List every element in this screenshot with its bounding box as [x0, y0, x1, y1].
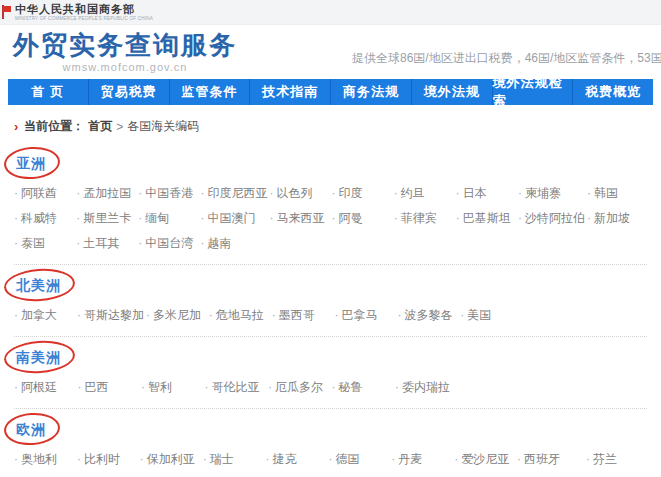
country-link[interactable]: ·科威特 [14, 211, 74, 226]
country-link[interactable]: ·瑞士 [203, 452, 264, 467]
country-link[interactable]: ·巴西 [78, 380, 140, 395]
bullet-icon: · [397, 308, 401, 322]
site-identity: 外贸实务查询服务 wmsw.mofcom.gov.cn [13, 30, 237, 73]
ministry-logo-title: 中华人民共和国商务部 [15, 4, 165, 15]
country-name: 越南 [207, 236, 231, 250]
country-name: 墨西哥 [279, 308, 315, 322]
country-link[interactable]: ·委内瑞拉 [395, 380, 457, 395]
country-grid: ·奥地利·比利时·保加利亚·瑞士·捷克·德国·丹麦·爱沙尼亚·西班牙·芬兰·法国… [14, 452, 647, 477]
country-link[interactable]: ·缅甸 [138, 211, 198, 226]
continent-title: 南美洲 [16, 349, 61, 365]
country-link[interactable]: ·泰国 [14, 236, 74, 251]
country-link[interactable]: ·捷克 [266, 452, 327, 467]
country-link[interactable]: ·斯里兰卡 [76, 211, 136, 226]
nav-item-6[interactable]: 境外法规检索 [492, 79, 573, 105]
country-link[interactable]: ·中国澳门 [200, 211, 267, 226]
bullet-icon: · [395, 380, 399, 394]
country-name: 西班牙 [524, 452, 560, 466]
country-link[interactable]: ·巴基斯坦 [456, 211, 516, 226]
country-link[interactable]: ·厄瓜多尔 [268, 380, 330, 395]
country-name: 比利时 [84, 452, 120, 466]
country-name: 阿根廷 [21, 380, 57, 394]
country-link[interactable]: ·越南 [200, 236, 267, 251]
bullet-icon: · [77, 308, 81, 322]
country-link[interactable]: ·巴拿马 [335, 308, 396, 323]
country-name: 波多黎各 [404, 308, 452, 322]
country-link[interactable]: ·柬埔寨 [518, 186, 585, 201]
country-name: 丹麦 [398, 452, 422, 466]
country-link[interactable]: ·西班牙 [517, 452, 584, 467]
country-name: 柬埔寨 [525, 186, 561, 200]
country-link[interactable]: ·丹麦 [391, 452, 452, 467]
country-link[interactable]: ·秘鲁 [332, 380, 394, 395]
breadcrumb-label: 当前位置： [24, 118, 84, 135]
nav-item-3[interactable]: 技术指南 [249, 79, 330, 105]
country-link[interactable]: ·美国 [460, 308, 521, 323]
country-link[interactable]: ·以色列 [269, 186, 329, 201]
breadcrumb-home-link[interactable]: 首页 [88, 118, 112, 135]
bullet-icon: · [335, 308, 339, 322]
country-name: 捷克 [273, 452, 297, 466]
country-link[interactable]: ·印度尼西亚 [200, 186, 267, 201]
country-link[interactable]: ·危地马拉 [209, 308, 270, 323]
country-link[interactable]: ·新加坡 [587, 211, 647, 226]
country-link[interactable]: ·印度 [332, 186, 392, 201]
country-link[interactable]: ·阿根廷 [14, 380, 76, 395]
country-link[interactable]: ·加拿大 [14, 308, 75, 323]
country-link[interactable]: ·土耳其 [76, 236, 136, 251]
country-name: 菲律宾 [401, 211, 437, 225]
country-name: 保加利亚 [147, 452, 195, 466]
bullet-icon: · [328, 452, 332, 466]
bullet-icon: · [272, 308, 276, 322]
country-link[interactable]: ·墨西哥 [272, 308, 333, 323]
country-link[interactable]: ·沙特阿拉伯 [518, 211, 585, 226]
bullet-icon: · [14, 236, 18, 250]
country-link[interactable]: ·韩国 [587, 186, 647, 201]
continent-header: 欧洲 [16, 420, 46, 439]
country-link[interactable]: ·马来西亚 [269, 211, 329, 226]
country-name: 土耳其 [83, 236, 119, 250]
site-tagline: 提供全球86国/地区进出口税费，46国/地区监管条件，53国/地区税费计算 [352, 50, 661, 67]
country-name: 泰国 [21, 236, 45, 250]
continent-section: 北美洲 ·加拿大·哥斯达黎加·多米尼加·危地马拉·墨西哥·巴拿马·波多黎各·美国 [14, 276, 647, 337]
bullet-icon: · [394, 186, 398, 200]
country-link[interactable]: ·阿曼 [332, 211, 392, 226]
bullet-icon: · [138, 211, 142, 225]
country-link[interactable]: ·日本 [456, 186, 516, 201]
country-link[interactable]: ·约旦 [394, 186, 454, 201]
country-link[interactable]: ·智利 [141, 380, 203, 395]
country-name: 韩国 [594, 186, 618, 200]
country-link[interactable]: ·多米尼加 [146, 308, 207, 323]
bullet-icon: · [517, 452, 521, 466]
bullet-icon: · [394, 211, 398, 225]
country-link[interactable]: ·爱沙尼亚 [454, 452, 515, 467]
country-link[interactable]: ·芬兰 [586, 452, 647, 467]
country-link[interactable]: ·中国台湾 [138, 236, 198, 251]
country-name: 智利 [148, 380, 172, 394]
country-link[interactable]: ·中国香港 [138, 186, 198, 201]
country-link[interactable]: ·哥斯达黎加 [77, 308, 144, 323]
country-link[interactable]: ·德国 [328, 452, 389, 467]
country-link[interactable]: ·奥地利 [14, 452, 75, 467]
red-flag-icon [2, 5, 11, 19]
country-link[interactable]: ·哥伦比亚 [205, 380, 267, 395]
header-top: 中华人民共和国商务部 MINISTRY OF COMMERCE PEOPLE'S… [0, 0, 661, 25]
nav-item-0[interactable]: 首 页 [8, 79, 88, 105]
nav-item-4[interactable]: 商务法规 [330, 79, 411, 105]
bullet-icon: · [391, 452, 395, 466]
country-link[interactable]: ·阿联酋 [14, 186, 74, 201]
nav-item-5[interactable]: 境外法规 [411, 79, 492, 105]
country-link[interactable]: ·保加利亚 [140, 452, 201, 467]
nav-item-7[interactable]: 税费概览 [572, 79, 653, 105]
continent-title: 欧洲 [16, 421, 46, 437]
nav-item-1[interactable]: 贸易税费 [88, 79, 169, 105]
country-link[interactable]: ·菲律宾 [394, 211, 454, 226]
bullet-icon: · [332, 186, 336, 200]
bullet-icon: · [14, 380, 18, 394]
country-link[interactable]: ·比利时 [77, 452, 138, 467]
country-link[interactable]: ·波多黎各 [397, 308, 458, 323]
country-link[interactable]: ·孟加拉国 [76, 186, 136, 201]
nav-item-2[interactable]: 监管条件 [169, 79, 250, 105]
site-url: wmsw.mofcom.gov.cn [13, 61, 237, 73]
bullet-icon: · [269, 211, 273, 225]
